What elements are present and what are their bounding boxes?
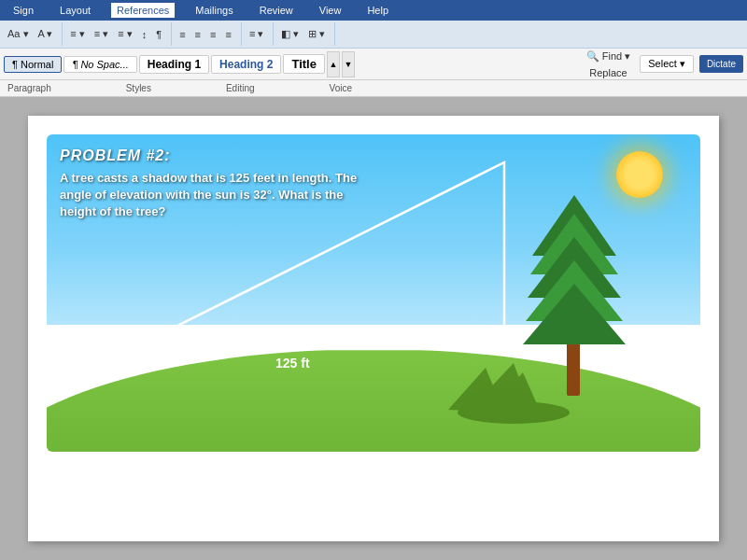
editing-label: Editing — [226, 83, 255, 93]
voice-label: Voice — [330, 83, 352, 93]
align-center-button[interactable]: ≡ — [191, 27, 204, 42]
style-normal[interactable]: ¶ Normal — [4, 56, 62, 73]
svg-rect-6 — [487, 332, 504, 349]
right-section: 🔍 Find ▾ Replace Select ▾ Dictate — [583, 49, 743, 80]
tab-sign[interactable]: Sign — [7, 3, 39, 18]
paragraph-mark-button[interactable]: ¶ — [152, 27, 165, 42]
svg-text:32°: 32° — [159, 326, 178, 341]
find-button[interactable]: 🔍 Find ▾ — [583, 49, 635, 64]
tab-view[interactable]: View — [314, 3, 347, 18]
borders-button[interactable]: ⊞ ▾ — [304, 26, 329, 42]
style-h2[interactable]: Heading 2 — [211, 55, 281, 74]
style-title[interactable]: Title — [283, 54, 325, 74]
font-aa-button[interactable]: Aa ▾ — [4, 26, 33, 42]
bullets-button[interactable]: ≡ ▾ — [66, 26, 88, 42]
select-dropdown[interactable]: Select ▾ — [640, 55, 694, 73]
style-nospace[interactable]: ¶ No Spac... — [63, 56, 136, 73]
indent-group: ≡ ≡ ≡ ≡ — [176, 22, 242, 46]
document-page: PROBLEM #2: A tree casts a shadow that i… — [28, 116, 719, 541]
document-area: PROBLEM #2: A tree casts a shadow that i… — [0, 97, 747, 560]
find-replace-group: 🔍 Find ▾ Replace — [583, 49, 635, 80]
shading-group: ◧ ▾ ⊞ ▾ — [277, 22, 335, 46]
font-group: Aa ▾ A ▾ — [4, 22, 63, 46]
align-right-button[interactable]: ≡ — [206, 27, 219, 42]
tab-mailings[interactable]: Mailings — [190, 3, 238, 18]
svg-text:125 ft: 125 ft — [275, 356, 310, 371]
numbering-button[interactable]: ≡ ▾ — [91, 26, 112, 42]
sort-button[interactable]: ↕ — [138, 27, 151, 42]
triangle-diagram: 32° 125 ft — [103, 134, 570, 377]
outline-button[interactable]: ≡ ▾ — [114, 26, 135, 42]
shading-button[interactable]: ◧ ▾ — [277, 26, 303, 42]
line-spacing-button[interactable]: ≡ ▾ — [246, 26, 267, 42]
dictate-button[interactable]: Dictate — [699, 55, 743, 73]
styles-bar: ¶ Normal ¶ No Spac... Heading 1 Heading … — [0, 49, 747, 80]
tab-layout[interactable]: Layout — [54, 3, 96, 18]
tab-help[interactable]: Help — [361, 3, 394, 18]
svg-marker-5 — [131, 162, 504, 349]
font-a-button[interactable]: A ▾ — [35, 26, 57, 42]
styles-scroll-down[interactable]: ▼ — [342, 51, 355, 77]
styles-scroll-up[interactable]: ▲ — [327, 51, 340, 77]
tree-illustration — [523, 209, 626, 396]
styles-label: Styles — [126, 83, 151, 93]
problem-image: PROBLEM #2: A tree casts a shadow that i… — [47, 134, 700, 452]
paragraph-label: Paragraph — [7, 83, 51, 93]
ribbon-bar: Sign Layout References Mailings Review V… — [0, 0, 747, 21]
tab-references[interactable]: References — [111, 3, 175, 18]
tab-review[interactable]: Review — [254, 3, 299, 18]
align-left-button[interactable]: ≡ — [176, 27, 189, 42]
style-h1[interactable]: Heading 1 — [139, 55, 209, 74]
replace-button[interactable]: Replace — [583, 65, 635, 80]
spacing-group: ≡ ▾ — [246, 22, 274, 46]
justify-button[interactable]: ≡ — [221, 27, 234, 42]
toolbar: Aa ▾ A ▾ ≡ ▾ ≡ ▾ ≡ ▾ ↕ ¶ ≡ ≡ ≡ ≡ ≡ ▾ ◧ ▾… — [0, 21, 747, 49]
list-group: ≡ ▾ ≡ ▾ ≡ ▾ ↕ ¶ — [66, 22, 172, 46]
label-bar: Paragraph Styles Editing Voice — [0, 80, 747, 97]
